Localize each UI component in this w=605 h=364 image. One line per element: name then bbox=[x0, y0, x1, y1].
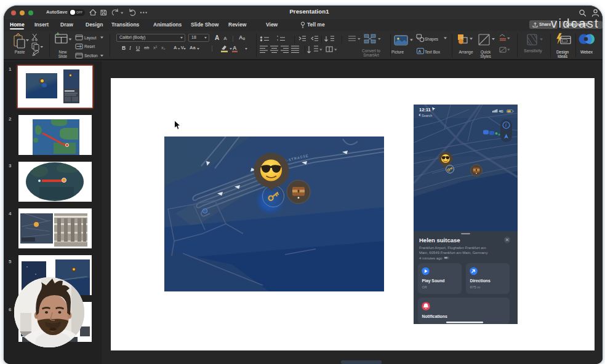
svg-text:Helen suitcase: Helen suitcase bbox=[419, 237, 460, 243]
svg-text:4 minutes ago: 4 minutes ago bbox=[419, 256, 443, 260]
svg-text:Notifications: Notifications bbox=[422, 314, 447, 318]
svg-text:Frankfurt Airport, Flughafen F: Frankfurt Airport, Flughafen Frankfurt a… bbox=[419, 246, 486, 250]
svg-text:A: A bbox=[419, 49, 422, 53]
svg-text:12:11: 12:11 bbox=[419, 107, 431, 113]
svg-text:675 m: 675 m bbox=[470, 285, 481, 289]
svg-text:Search: Search bbox=[422, 114, 432, 117]
svg-text:Main, 60549 Frankfurt am Main,: Main, 60549 Frankfurt am Main, Germany bbox=[419, 251, 487, 255]
svg-text:4G: 4G bbox=[499, 109, 503, 113]
svg-text:Play Sound: Play Sound bbox=[422, 279, 445, 283]
svg-text:Off: Off bbox=[422, 285, 427, 289]
svg-text:Directions: Directions bbox=[470, 279, 491, 283]
